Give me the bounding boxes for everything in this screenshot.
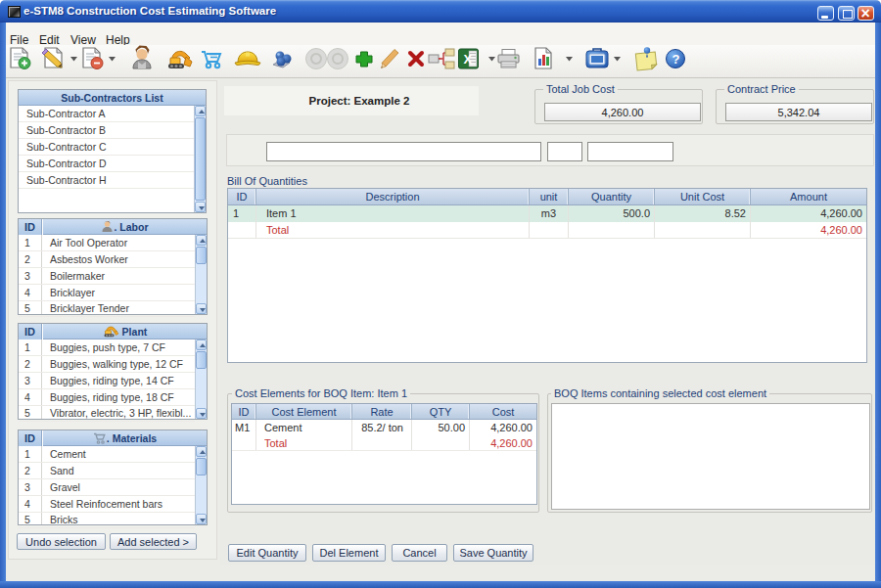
- svg-text:?: ?: [672, 52, 680, 67]
- svg-text:X: X: [464, 52, 473, 67]
